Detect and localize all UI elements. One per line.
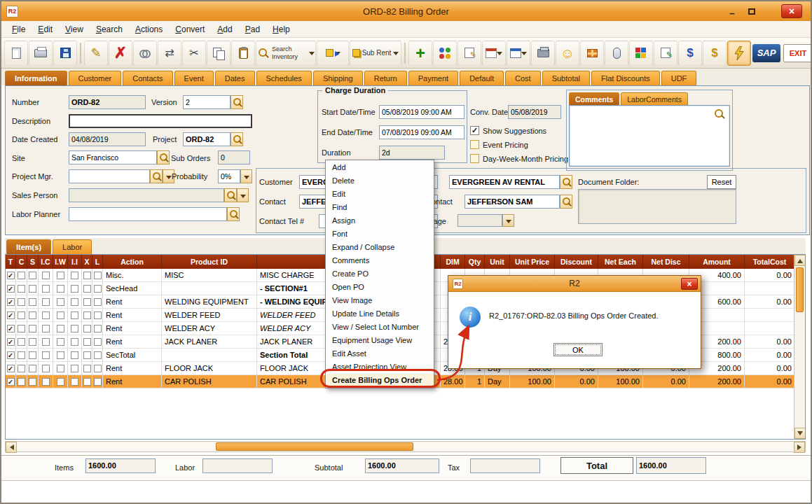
- minimize-button[interactable]: –: [724, 5, 741, 18]
- row-checkbox[interactable]: [71, 285, 78, 293]
- sales-person-search-button[interactable]: [224, 188, 237, 202]
- tab-shipping[interactable]: Shipping: [313, 71, 363, 85]
- menu-item-add[interactable]: Add: [211, 21, 238, 38]
- tab-laborcomments[interactable]: LaborComments: [621, 92, 688, 105]
- row-checkbox[interactable]: [94, 338, 102, 346]
- row-checkbox[interactable]: [29, 272, 36, 279]
- convert-button[interactable]: ⇄: [158, 41, 181, 66]
- row-checkbox[interactable]: [71, 312, 78, 319]
- row-checkbox[interactable]: [18, 312, 25, 319]
- show-suggestions-checkbox[interactable]: ✓: [470, 126, 479, 135]
- scroll-left-button[interactable]: [6, 442, 17, 453]
- day-week-month-checkbox[interactable]: [470, 154, 479, 163]
- row-checkbox[interactable]: ✓: [7, 285, 15, 293]
- print-button[interactable]: [29, 41, 53, 66]
- menu-item-help[interactable]: Help: [266, 21, 296, 38]
- row-checkbox[interactable]: [83, 338, 91, 346]
- column-header-product-id[interactable]: Product ID: [162, 255, 257, 269]
- version-field[interactable]: 2: [183, 95, 230, 109]
- row-checkbox[interactable]: [57, 365, 64, 372]
- maximize-button[interactable]: [743, 5, 760, 18]
- row-checkbox[interactable]: [94, 312, 102, 319]
- context-menu-item-create-billing-ops-order[interactable]: Create Billing Ops Order: [326, 374, 434, 387]
- context-menu-item-delete[interactable]: Delete: [326, 174, 434, 188]
- menu-item-edit[interactable]: Edit: [32, 21, 59, 38]
- row-checkbox[interactable]: [83, 298, 91, 306]
- view-button[interactable]: [133, 41, 157, 66]
- new-order-button[interactable]: [4, 41, 28, 66]
- fax-button[interactable]: [531, 41, 555, 66]
- exit-button[interactable]: EXIT: [783, 44, 812, 62]
- row-checkbox[interactable]: [94, 325, 102, 332]
- search-inventory-button[interactable]: Search Inventory: [256, 41, 316, 66]
- column-header-amount[interactable]: Amount: [689, 255, 745, 269]
- context-menu-item-font[interactable]: Font: [326, 227, 434, 241]
- row-checkbox[interactable]: [57, 351, 64, 359]
- context-menu-item-edit[interactable]: Edit: [326, 188, 434, 201]
- item-transfer-button[interactable]: [317, 41, 349, 66]
- row-checkbox[interactable]: [83, 365, 91, 372]
- row-checkbox[interactable]: [94, 285, 102, 293]
- scroll-right-button[interactable]: [794, 442, 805, 453]
- row-checkbox[interactable]: ✓: [7, 338, 15, 346]
- tab-udf[interactable]: UDF: [661, 71, 697, 85]
- context-menu-item-open-po[interactable]: Open PO: [326, 281, 434, 294]
- site-search-button[interactable]: [157, 150, 170, 164]
- row-checkbox[interactable]: [42, 312, 50, 319]
- row-checkbox[interactable]: [57, 285, 64, 293]
- row-checkbox[interactable]: [71, 338, 78, 346]
- column-header-net-each[interactable]: Net Each: [598, 255, 643, 269]
- tab-payment[interactable]: Payment: [408, 71, 458, 85]
- tab-event[interactable]: Event: [174, 71, 214, 85]
- context-menu-item-find[interactable]: Find: [326, 201, 434, 214]
- row-checkbox[interactable]: [94, 351, 102, 359]
- row-checkbox[interactable]: ✓: [7, 378, 15, 386]
- tab-flat-discounts[interactable]: Flat Discounts: [591, 71, 660, 85]
- row-checkbox[interactable]: [29, 365, 36, 372]
- row-checkbox[interactable]: [83, 312, 91, 319]
- row-checkbox[interactable]: [57, 312, 64, 319]
- row-checkbox[interactable]: [83, 285, 91, 293]
- tab-subtotal[interactable]: Subtotal: [542, 71, 590, 85]
- menu-item-convert[interactable]: Convert: [169, 21, 211, 38]
- dialog-close-button[interactable]: ×: [681, 278, 698, 290]
- billing-company-search-button[interactable]: [560, 175, 572, 189]
- probability-field[interactable]: 0%: [218, 169, 240, 183]
- column-header-s[interactable]: S: [27, 255, 39, 269]
- row-checkbox[interactable]: [29, 378, 36, 386]
- context-menu-item-asset-projection-view[interactable]: Asset Projection View: [326, 360, 434, 374]
- tab-item-s[interactable]: Item(s): [6, 239, 51, 254]
- tab-contacts[interactable]: Contacts: [123, 71, 172, 85]
- context-menu-item-edit-asset[interactable]: Edit Asset: [326, 347, 434, 360]
- version-search-button[interactable]: [230, 95, 243, 109]
- edit-button[interactable]: ✎: [84, 41, 108, 66]
- tab-default[interactable]: Default: [460, 71, 504, 85]
- row-checkbox[interactable]: ✓: [7, 272, 15, 279]
- labor-planner-search-button[interactable]: [227, 207, 240, 221]
- context-menu-item-add[interactable]: Add: [326, 161, 434, 174]
- calendar-button[interactable]: [482, 41, 506, 66]
- billing-company-field[interactable]: EVERGREEN AV RENTAL: [449, 175, 560, 189]
- column-header-discount[interactable]: Discount: [555, 255, 598, 269]
- context-menu-item-create-po[interactable]: Create PO: [326, 267, 434, 281]
- context-menu-item-view-select-lot-number[interactable]: View / Select Lot Number: [326, 321, 434, 334]
- row-checkbox[interactable]: [94, 272, 102, 279]
- row-checkbox[interactable]: [18, 365, 25, 372]
- end-datetime-field[interactable]: 07/08/2019 09:00 AM: [379, 125, 465, 139]
- description-field[interactable]: [69, 114, 252, 128]
- row-checkbox[interactable]: [83, 272, 91, 279]
- column-header-totalcost[interactable]: TotalCost: [745, 255, 795, 269]
- menu-item-file[interactable]: File: [6, 21, 32, 38]
- money-button[interactable]: $: [703, 41, 727, 66]
- row-checkbox[interactable]: [42, 378, 50, 386]
- row-checkbox[interactable]: [18, 338, 25, 346]
- column-header-t[interactable]: T: [6, 255, 16, 269]
- context-menu-item-view-image[interactable]: View Image: [326, 294, 434, 307]
- row-checkbox[interactable]: [57, 325, 64, 332]
- comments-box[interactable]: [569, 105, 730, 167]
- paste-button[interactable]: [231, 41, 255, 66]
- row-checkbox[interactable]: [29, 351, 36, 359]
- row-checkbox[interactable]: [42, 272, 50, 279]
- row-checkbox[interactable]: ✓: [7, 312, 15, 319]
- mouse-button[interactable]: [605, 41, 628, 66]
